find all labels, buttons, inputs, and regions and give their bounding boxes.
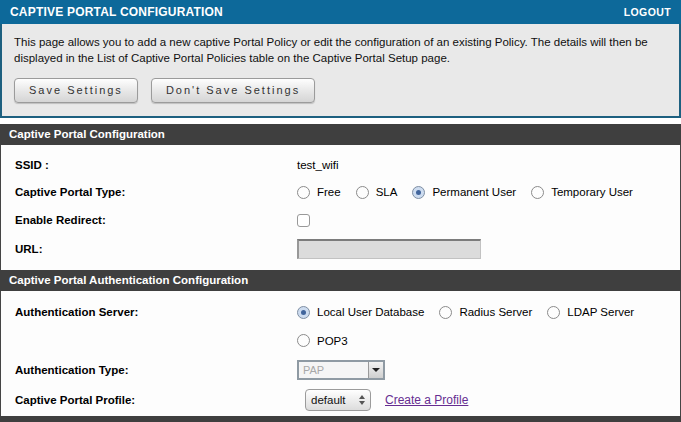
chevron-down-icon xyxy=(359,401,365,405)
url-input[interactable] xyxy=(297,239,481,259)
portal-type-row: Captive Portal Type: Free SLA Permanent … xyxy=(1,178,680,206)
page-header: CAPTIVE PORTAL CONFIGURATION LOGOUT xyxy=(0,0,681,24)
auth-config-section: Authentication Server: Local User Databa… xyxy=(0,291,681,416)
radio-temporary-user-label: Temporary User xyxy=(551,186,633,198)
radio-temporary-user[interactable]: Temporary User xyxy=(531,186,633,199)
buttons-row: Save Settings Don't Save Settings xyxy=(14,78,667,103)
save-settings-button[interactable]: Save Settings xyxy=(14,78,138,103)
radio-radius-server-label: Radius Server xyxy=(459,306,532,318)
auth-type-row: Authentication Type: PAP xyxy=(1,355,680,385)
radio-ldap-server-label: LDAP Server xyxy=(567,306,634,318)
radio-local-user-database[interactable]: Local User Database xyxy=(297,306,424,319)
auth-server-radio-group: Local User Database Radius Server LDAP S… xyxy=(297,306,634,319)
portal-config-section: SSID : test_wifi Captive Portal Type: Fr… xyxy=(0,145,681,270)
radio-sla-icon[interactable] xyxy=(356,186,369,199)
ssid-row: SSID : test_wifi xyxy=(1,151,680,178)
section-header-portal-config: Captive Portal Configuration xyxy=(0,124,681,145)
enable-redirect-checkbox[interactable] xyxy=(297,214,310,227)
radio-permanent-user-icon[interactable] xyxy=(412,186,425,199)
chevron-down-icon xyxy=(372,368,380,372)
enable-redirect-label: Enable Redirect: xyxy=(1,214,297,226)
radio-permanent-user-label: Permanent User xyxy=(432,186,516,198)
profile-label: Captive Portal Profile: xyxy=(1,394,297,406)
dropdown-arrow-button[interactable] xyxy=(368,362,383,378)
auth-server-label: Authentication Server: xyxy=(1,306,297,318)
url-label: URL: xyxy=(1,243,297,255)
radio-ldap-server-icon[interactable] xyxy=(547,306,560,319)
radio-radius-server-icon[interactable] xyxy=(439,306,452,319)
radio-pop3-icon[interactable] xyxy=(297,334,310,347)
portal-type-radio-group: Free SLA Permanent User Temporary User xyxy=(297,186,633,199)
section-header-auth-config: Captive Portal Authentication Configurat… xyxy=(0,270,681,291)
create-profile-link[interactable]: Create a Profile xyxy=(385,393,468,407)
radio-free-icon[interactable] xyxy=(297,186,310,199)
profile-select[interactable]: default xyxy=(305,389,371,411)
radio-temporary-user-icon[interactable] xyxy=(531,186,544,199)
chevron-up-icon xyxy=(359,395,365,399)
select-spinner-icon xyxy=(359,395,365,405)
radio-ldap-server[interactable]: LDAP Server xyxy=(547,306,634,319)
url-row: URL: xyxy=(1,234,680,264)
radio-pop3[interactable]: POP3 xyxy=(297,334,348,347)
logout-link[interactable]: LOGOUT xyxy=(624,6,671,18)
page-title: CAPTIVE PORTAL CONFIGURATION xyxy=(10,5,223,19)
auth-type-label: Authentication Type: xyxy=(1,364,297,376)
portal-type-label: Captive Portal Type: xyxy=(1,186,297,198)
radio-local-user-database-icon[interactable] xyxy=(297,306,310,319)
auth-type-select[interactable]: PAP xyxy=(297,360,385,380)
radio-sla[interactable]: SLA xyxy=(356,186,398,199)
dont-save-settings-button[interactable]: Don't Save Settings xyxy=(151,78,315,103)
pop3-row: POP3 xyxy=(1,326,680,355)
auth-type-selected-value: PAP xyxy=(303,364,324,376)
ssid-label: SSID : xyxy=(1,159,297,171)
profile-selected-value: default xyxy=(311,394,346,406)
radio-sla-label: SLA xyxy=(376,186,398,198)
radio-permanent-user[interactable]: Permanent User xyxy=(412,186,516,199)
footer-bar xyxy=(0,416,681,422)
radio-local-user-database-label: Local User Database xyxy=(317,306,424,318)
radio-radius-server[interactable]: Radius Server xyxy=(439,306,532,319)
profile-row: Captive Portal Profile: default Create a… xyxy=(1,385,680,414)
page-description: This page allows you to add a new captiv… xyxy=(14,34,666,66)
enable-redirect-row: Enable Redirect: xyxy=(1,206,680,234)
intro-panel: This page allows you to add a new captiv… xyxy=(0,24,681,118)
radio-free[interactable]: Free xyxy=(297,186,341,199)
ssid-value: test_wifi xyxy=(297,159,339,171)
radio-pop3-label: POP3 xyxy=(317,335,348,347)
radio-free-label: Free xyxy=(317,186,341,198)
auth-server-row: Authentication Server: Local User Databa… xyxy=(1,298,680,326)
